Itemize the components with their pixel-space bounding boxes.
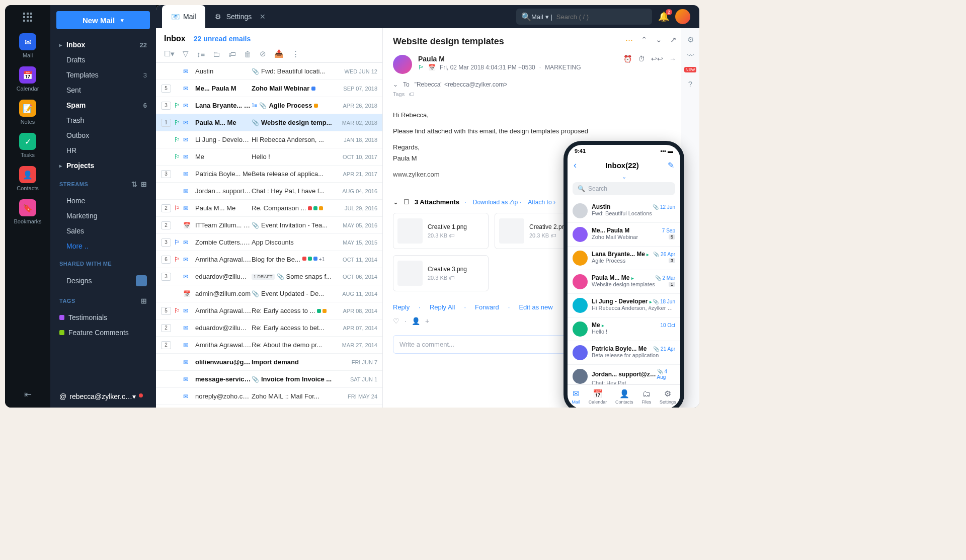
flag-icon[interactable]: 🏳 xyxy=(174,307,181,314)
rail-notes[interactable]: 📝Notes xyxy=(19,100,36,125)
invite-icon[interactable]: 👤 xyxy=(412,317,420,325)
rail-mail[interactable]: ✉Mail xyxy=(19,33,36,58)
download-zip-link[interactable]: Download as Zip xyxy=(473,199,518,206)
mail-row[interactable]: 🏳 ✉ Austin 📎 Fwd: Beautiful locati... WE… xyxy=(156,63,382,80)
flag-icon[interactable]: 🏳 xyxy=(174,290,181,297)
phone-mail-row[interactable]: Jordan... support@zylker📎 4 Aug Chat: He… xyxy=(568,365,680,384)
mail-row[interactable]: 1 🏳 ✉ Paula M... Me 📎 Website design tem… xyxy=(156,114,382,131)
mail-row[interactable]: 🏳 ✉ olilienwuaru@gmai... Import demand F… xyxy=(156,354,382,371)
flag-icon[interactable]: 🏳 xyxy=(174,67,181,75)
notifications-icon[interactable]: 🔔2 xyxy=(658,11,669,22)
mail-row[interactable]: 3 🏳 ✉ eduardov@zillum.c... 1 DRAFT 📎 Som… xyxy=(156,268,382,285)
phone-mail-row[interactable]: Me ▸10 Oct Hello ! xyxy=(568,317,680,341)
mail-row[interactable]: 🏳 ✉ Jordan... support@z... Chat : Hey Pa… xyxy=(156,183,382,200)
sidebar-tag[interactable]: Testimonials xyxy=(50,310,156,325)
integrations-icon[interactable]: 〰 xyxy=(687,51,694,60)
mail-row[interactable]: 5 🏳 ✉ Amritha Agrawal... ... Re: Early a… xyxy=(156,302,382,319)
flag-icon[interactable]: 🏳 xyxy=(418,64,424,71)
help-icon[interactable]: ? xyxy=(688,79,692,88)
phone-mail-row[interactable]: Austin📎 12 Jun Fwd: Beautiful Locations xyxy=(568,199,680,223)
flag-icon[interactable]: 🏳 xyxy=(174,204,181,212)
add-tag-icon[interactable]: 🏷 xyxy=(409,91,414,98)
sidebar-stream[interactable]: Marketing xyxy=(50,208,156,223)
phone-mail-row[interactable]: Me... Paula M7 Sep Zoho Mail Webinar5 xyxy=(568,223,680,247)
chevron-down-icon[interactable]: ⌄ xyxy=(393,198,398,206)
sidebar-stream[interactable]: Sales xyxy=(50,223,156,238)
sidebar-folder-drafts[interactable]: Drafts xyxy=(50,52,156,67)
sidebar-tag[interactable]: Feature Comments xyxy=(50,325,156,340)
tab-mail[interactable]: 📧Mail xyxy=(162,5,205,28)
new-mail-button[interactable]: New Mail xyxy=(56,11,150,29)
mail-row[interactable]: 5 🏳 ✉ Me... Paula M Zoho Mail Webinar SE… xyxy=(156,80,382,97)
back-icon[interactable]: ‹ xyxy=(574,160,577,171)
tab-settings[interactable]: ⚙Settings✕ xyxy=(205,5,275,28)
flag-icon[interactable]: 🏳 xyxy=(174,324,181,332)
popout-icon[interactable]: ↗ xyxy=(670,35,677,44)
rail-tasks[interactable]: ✓Tasks xyxy=(19,133,36,158)
flag-icon[interactable]: 🏳 xyxy=(174,273,181,280)
phone-mail-row[interactable]: Paula M... Me ▸📎 2 Mar Website design te… xyxy=(568,270,680,294)
sidebar-scroll[interactable]: ▸Inbox22DraftsTemplates3SentSpam6TrashOu… xyxy=(50,35,156,385)
mail-row[interactable]: 2 🏳 ✉ eduardov@zillum.c... Re: Early acc… xyxy=(156,319,382,337)
phone-nav-calendar[interactable]: 📅Calendar xyxy=(589,389,607,405)
attachment-card[interactable]: Creative 3.png20.3 KB 🏷 xyxy=(393,255,489,291)
mail-row[interactable]: 🏳 ✉ noreply@zoho.com Zoho MAIL :: Mail F… xyxy=(156,388,382,405)
phone-nav-contacts[interactable]: 👤Contacts xyxy=(615,389,633,405)
flag-icon[interactable]: 🏳 xyxy=(174,392,181,400)
expand-icon[interactable]: ⌄ xyxy=(393,81,398,88)
delete-icon[interactable]: 🗑 xyxy=(244,50,252,58)
phone-mail-row[interactable]: Lana Bryante... Me ▸📎 26 Apr Agile Proce… xyxy=(568,247,680,270)
phone-mail-row[interactable]: Li Jung - Developer ▸📎 18 Jun Hi Rebecca… xyxy=(568,294,680,317)
sidebar-folder-projects[interactable]: ▸Projects xyxy=(50,158,156,173)
flag-icon[interactable]: 🏳 xyxy=(174,187,181,195)
select-all-checkbox[interactable]: ☐▾ xyxy=(164,49,175,58)
flag-icon[interactable]: 🏳 xyxy=(174,153,181,161)
phone-nav-mail[interactable]: ✉Mail xyxy=(572,389,580,405)
search-input[interactable] xyxy=(556,13,647,21)
rail-calendar[interactable]: 📅Calendar xyxy=(17,66,39,92)
sidebar-folder-hr[interactable]: HR xyxy=(50,143,156,158)
sidebar-folder-spam[interactable]: Spam6 xyxy=(50,98,156,113)
sidebar-folder-outbox[interactable]: Outbox xyxy=(50,128,156,143)
tag-icon[interactable]: 🏷 xyxy=(228,50,236,58)
avatar[interactable] xyxy=(675,9,690,24)
mail-row[interactable]: 2 🏳 📅 ITTeam Zillum... Me 📎 Event Invita… xyxy=(156,217,382,234)
mail-list[interactable]: 🏳 ✉ Austin 📎 Fwd: Beautiful locati... WE… xyxy=(156,63,382,408)
chevron-down-icon[interactable]: ⌄ xyxy=(656,35,662,44)
flag-icon[interactable]: 🏳 xyxy=(174,170,181,178)
mail-row[interactable]: 🏳 ✉ Me Hello ! OCT 10, 2017 xyxy=(156,148,382,166)
collapse-icon[interactable]: ⇤ xyxy=(24,389,32,400)
rail-bookmarks[interactable]: 🔖Bookmarks xyxy=(14,199,41,224)
sort-icon[interactable]: ↕≡ xyxy=(197,50,205,58)
add-icon[interactable]: ⊞ xyxy=(141,180,147,188)
phone-nav-settings[interactable]: ⚙Settings xyxy=(660,389,676,405)
flag-icon[interactable]: 🏳 xyxy=(174,119,181,126)
mail-row[interactable]: 🏳 ✉ message-service@... 📎 Invoice from I… xyxy=(156,371,382,388)
mail-row[interactable]: 🏳 ✉ Li Jung - Developer Hi Rebecca Ander… xyxy=(156,131,382,148)
archive-icon[interactable]: 📥 xyxy=(274,49,284,58)
phone-mail-list[interactable]: Austin📎 12 Jun Fwd: Beautiful Locations … xyxy=(568,199,680,384)
folder-icon[interactable]: 🗀 xyxy=(213,50,220,58)
conversation-icon[interactable]: ⋯ xyxy=(625,35,633,44)
flag-icon[interactable]: 🏳 xyxy=(174,102,181,109)
sidebar-shared-item[interactable]: Designs xyxy=(50,272,156,290)
add-icon[interactable]: + xyxy=(425,317,429,325)
phone-mail-row[interactable]: Patricia Boyle... Me📎 21 Apr Beta releas… xyxy=(568,341,680,365)
reply-button[interactable]: Reply xyxy=(393,303,410,311)
flag-icon[interactable]: 🏳 xyxy=(174,221,181,229)
spam-icon[interactable]: ⊘ xyxy=(260,49,266,58)
reply-all-icon[interactable]: ↩↩ xyxy=(651,55,663,74)
chevron-down-icon[interactable]: ⌄ xyxy=(568,174,680,180)
mail-row[interactable]: 3 🏳 ✉ Zombie Cutters... le... App Discou… xyxy=(156,234,382,251)
filter-icon[interactable]: ⇅ xyxy=(131,180,138,188)
sidebar-stream[interactable]: Home xyxy=(50,193,156,208)
mail-row[interactable]: 2 🏳 ✉ Amritha Agrawal... ... Re: About t… xyxy=(156,337,382,354)
checkbox[interactable]: ☐ xyxy=(404,198,410,206)
flag-icon[interactable]: 🏳 xyxy=(174,85,181,92)
attachment-card[interactable]: Creative 1.png20.3 KB 🏷 xyxy=(393,213,489,249)
flag-icon[interactable]: 🏳 xyxy=(174,341,181,349)
flag-icon[interactable]: 🏳 xyxy=(174,256,181,263)
sidebar-folder-sent[interactable]: Sent xyxy=(50,83,156,98)
search-scope[interactable]: Mail ▾ | xyxy=(531,13,552,21)
more-icon[interactable]: ⋮ xyxy=(292,49,299,58)
